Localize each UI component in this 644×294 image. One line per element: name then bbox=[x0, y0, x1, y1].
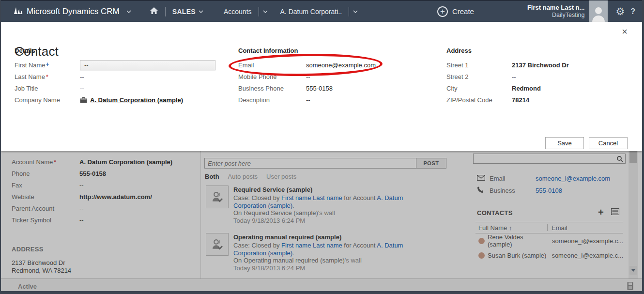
nav-accounts[interactable]: Accounts bbox=[224, 8, 252, 15]
help-button[interactable]: ? bbox=[630, 7, 635, 16]
brand-label: Microsoft Dynamics CRM bbox=[27, 7, 120, 16]
address-line-1: 2137 Birchwood Dr bbox=[12, 259, 71, 267]
account-page-background: Account Name* A. Datum Corporation (samp… bbox=[1, 151, 642, 294]
details-section: Details First Name+ Last Name* -- Job Ti… bbox=[15, 47, 228, 106]
filter-both[interactable]: Both bbox=[205, 173, 219, 180]
sidebar-search bbox=[473, 154, 626, 164]
column-email[interactable]: Email bbox=[548, 224, 567, 232]
avatar[interactable] bbox=[589, 0, 608, 22]
open-grid-view-icon[interactable] bbox=[611, 208, 619, 217]
email-link[interactable]: someone@example.com bbox=[306, 62, 376, 69]
brand-chevron-icon bbox=[126, 10, 131, 13]
save-disk-icon[interactable] bbox=[627, 282, 633, 292]
details-header: Details bbox=[15, 47, 228, 54]
cancel-button[interactable]: Cancel bbox=[589, 137, 628, 149]
post-wall: On Required Service (sample)'s wall bbox=[233, 209, 429, 217]
record-chevron-icon[interactable] bbox=[353, 10, 358, 13]
field-email: Email someone@example.com bbox=[238, 59, 437, 71]
search-input[interactable] bbox=[474, 154, 625, 163]
post-wall: On Operating manual required (sample)'s … bbox=[233, 257, 429, 264]
contact-avatar bbox=[478, 252, 485, 259]
company-record-link[interactable]: A. Datum Corporation (sample) bbox=[80, 96, 183, 104]
scrollbar-thumb[interactable] bbox=[629, 151, 637, 163]
accounts-chevron-icon[interactable] bbox=[263, 10, 268, 13]
address-header: Address bbox=[446, 47, 638, 54]
add-contact-button[interactable]: + bbox=[598, 207, 604, 217]
primary-contact-email-row: Email someone_i@example.com bbox=[477, 174, 610, 183]
brand-menu[interactable]: Microsoft Dynamics CRM bbox=[14, 6, 131, 17]
search-icon[interactable] bbox=[616, 155, 624, 165]
post-timestamp: Today 9/18/2013 6:24 PM bbox=[233, 217, 429, 225]
email-envelope-icon bbox=[477, 174, 490, 183]
required-asterisk: * bbox=[46, 74, 48, 80]
crm-window: Microsoft Dynamics CRM SALES Accounts A.… bbox=[0, 0, 644, 294]
contact-quick-create-form: Contact × Details First Name+ Last Name*… bbox=[1, 22, 642, 151]
post-button[interactable]: POST bbox=[416, 158, 446, 169]
create-button[interactable]: + Create bbox=[437, 6, 474, 17]
settings-gear-icon[interactable]: ⚙ bbox=[615, 6, 625, 17]
user-link[interactable]: First name Last name bbox=[281, 242, 342, 249]
filter-auto-posts[interactable]: Auto posts bbox=[228, 173, 258, 180]
field-business-phone: Business Phone 555-0158 bbox=[238, 82, 437, 94]
field-ticker-symbol: Ticker Symbol -- bbox=[12, 214, 198, 226]
address-section: Address Street 1 2137 Birchwood Dr Stree… bbox=[446, 47, 638, 106]
field-company-name: Company Name A. Datum Corporation (sampl… bbox=[15, 94, 228, 106]
business-phone-link[interactable]: 555-0158 bbox=[306, 85, 333, 92]
field-mobile-phone: Mobile Phone -- bbox=[238, 71, 437, 82]
nav-divider bbox=[165, 7, 166, 16]
case-resolved-avatar bbox=[206, 233, 229, 256]
field-description: Description -- bbox=[238, 94, 437, 106]
contact-row[interactable]: Rene Valdes (sample) someone_i@example.c… bbox=[475, 233, 623, 248]
scroll-down-button[interactable] bbox=[629, 266, 637, 275]
phone-icon bbox=[477, 186, 490, 195]
column-full-name[interactable]: Full Name ↑ bbox=[475, 224, 547, 232]
nav-sales[interactable]: SALES bbox=[172, 8, 203, 15]
contacts-section-header: CONTACTS bbox=[477, 209, 513, 217]
post-title: Operating manual required (sample) bbox=[233, 233, 429, 242]
nav-divider bbox=[259, 7, 259, 16]
field-street-1: Street 1 2137 Birchwood Dr bbox=[446, 59, 638, 71]
post-item: Operating manual required (sample) Case:… bbox=[206, 233, 433, 272]
primary-contact-phone-row: Business 555-0108 bbox=[477, 186, 562, 195]
address-line-2: Redmond, WA 78214 bbox=[12, 267, 71, 275]
close-icon[interactable]: × bbox=[622, 27, 628, 36]
filter-user-posts[interactable]: User posts bbox=[266, 173, 296, 180]
home-button[interactable] bbox=[150, 7, 158, 16]
user-organization: DailyTesting bbox=[527, 12, 584, 19]
user-info[interactable]: First name Last n... DailyTesting bbox=[527, 4, 584, 19]
column-divider bbox=[200, 151, 201, 279]
nav-current-record[interactable]: A. Datum Corporati.. bbox=[280, 8, 342, 15]
field-city: City Redmond bbox=[446, 82, 638, 94]
field-website: Website http://www.adatum.com/ bbox=[12, 191, 198, 202]
post-timestamp: Today 9/18/2013 6:24 PM bbox=[233, 264, 429, 272]
post-input[interactable] bbox=[204, 158, 416, 169]
recommended-marker: + bbox=[46, 61, 49, 68]
triangle-down-icon bbox=[631, 269, 635, 272]
contact-avatar bbox=[478, 238, 485, 244]
person-check-icon bbox=[210, 190, 225, 204]
briefcase-icon bbox=[80, 97, 87, 103]
field-phone: Phone 555-0158 bbox=[12, 168, 198, 179]
contact-information-section: Contact Information Email someone@exampl… bbox=[238, 47, 437, 106]
user-name: First name Last n... bbox=[527, 4, 584, 12]
first-name-input[interactable] bbox=[80, 60, 215, 70]
save-button[interactable]: Save bbox=[545, 137, 584, 149]
field-job-title: Job Title -- bbox=[15, 82, 228, 94]
vertical-scrollbar[interactable] bbox=[629, 151, 638, 279]
field-account-name: Account Name* A. Datum Corporation (samp… bbox=[12, 156, 198, 168]
required-asterisk: * bbox=[54, 159, 56, 166]
user-link[interactable]: First name Last name bbox=[281, 194, 342, 201]
top-navbar: Microsoft Dynamics CRM SALES Accounts A.… bbox=[1, 0, 642, 22]
field-last-name: Last Name* -- bbox=[15, 71, 228, 82]
navbar-right: + Create First name Last n... DailyTesti… bbox=[437, 0, 642, 22]
person-check-icon bbox=[210, 237, 225, 252]
person-silhouette-icon bbox=[591, 6, 606, 22]
post-filter-tabs: Both Auto posts User posts bbox=[205, 173, 296, 180]
contacts-table: Full Name ↑ Email Rene Valdes (sample) s… bbox=[475, 222, 623, 263]
post-title: Required Service (sample) bbox=[233, 186, 429, 194]
contact-row[interactable]: Susan Burk (sample) someone_I@example.c.… bbox=[475, 248, 623, 263]
sort-ascending-icon: ↑ bbox=[509, 224, 512, 232]
post-description: Case: Closed by First name Last name for… bbox=[233, 242, 429, 257]
address-section-header: ADDRESS bbox=[12, 246, 71, 253]
plus-circle-icon: + bbox=[437, 6, 448, 17]
